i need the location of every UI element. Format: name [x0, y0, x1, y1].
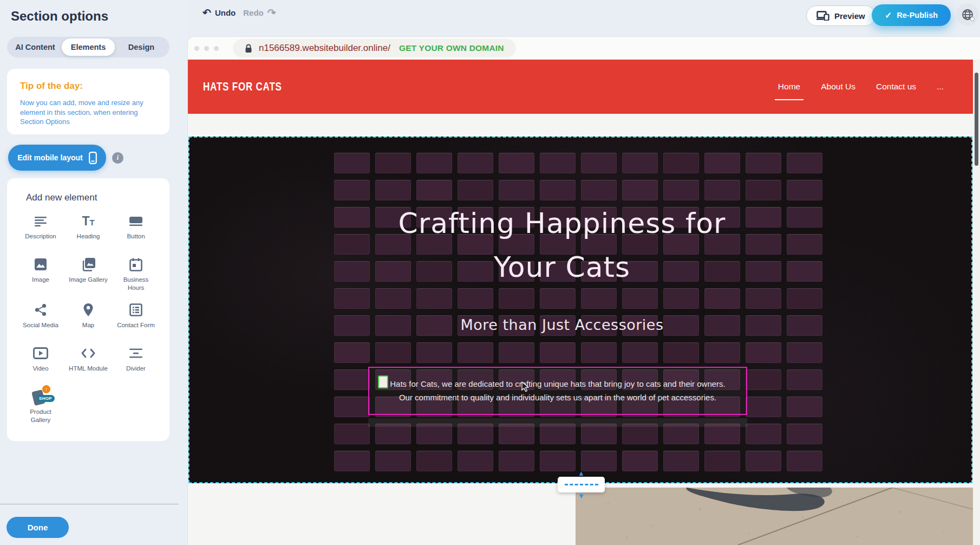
undo-button[interactable]: ↶ Undo: [202, 8, 236, 18]
app: Section options AI ContentElementsDesign…: [0, 0, 980, 545]
background-tile: [787, 369, 822, 390]
background-tile: [704, 451, 740, 471]
background-tile: [787, 315, 822, 336]
browser-scrollbar[interactable]: [975, 73, 978, 166]
nav-item-[interactable]: ...: [936, 79, 945, 95]
add-element-video[interactable]: Video: [17, 345, 64, 379]
add-element-product-gallery[interactable]: SHOP↑Product Gallery: [17, 388, 64, 424]
panel-tabs: AI ContentElementsDesign: [7, 37, 169, 57]
video-icon: [33, 345, 48, 361]
republish-button[interactable]: ✓ Re-Publish: [872, 4, 951, 26]
background-tile: [375, 451, 411, 471]
hero-paragraph-line: Hats for Cats, we are dedicated to craft…: [369, 377, 746, 391]
background-tile: [375, 288, 411, 309]
button-icon: [128, 213, 143, 229]
background-tile: [334, 369, 370, 390]
pavement-image[interactable]: [576, 488, 973, 545]
tab-design[interactable]: Design: [115, 38, 168, 56]
background-tile: [746, 180, 781, 200]
business-hours-icon: [129, 256, 142, 272]
background-tile: [334, 234, 370, 255]
lock-icon: [245, 44, 252, 53]
site-viewport: HATS FOR CATS HomeAbout UsContact us... …: [188, 60, 973, 545]
window-dot: [204, 46, 209, 51]
window-dot: [194, 46, 199, 51]
selected-text-element[interactable]: Hats for Cats, we are dedicated to craft…: [368, 367, 747, 415]
tab-elements[interactable]: Elements: [62, 38, 115, 56]
site-nav: HomeAbout UsContact us...: [777, 60, 945, 114]
background-tile: [787, 207, 822, 228]
window-buttons: [194, 46, 219, 51]
section-options-panel: Section options AI ContentElementsDesign…: [0, 0, 188, 545]
background-tile: [458, 288, 493, 309]
background-tile: [746, 451, 781, 471]
element-label: Social Media: [23, 321, 58, 329]
background-tile: [581, 342, 617, 363]
info-icon[interactable]: i: [112, 152, 123, 164]
background-tile: [499, 342, 534, 363]
background-tile: [581, 180, 617, 200]
background-tile: [622, 451, 658, 471]
language-globe-button[interactable]: [956, 3, 979, 26]
hero-paragraph[interactable]: Hats for Cats, we are dedicated to craft…: [369, 377, 746, 404]
background-tile: [499, 288, 534, 309]
background-tile: [416, 342, 452, 363]
background-tile: [704, 153, 740, 173]
background-tile: [416, 180, 452, 200]
background-tile: [334, 397, 370, 417]
add-element-map[interactable]: Map: [64, 302, 112, 335]
site-url[interactable]: n1566589.websitebuilder.online/: [259, 43, 390, 54]
background-tile: [540, 451, 576, 471]
add-element-image-gallery[interactable]: Image Gallery: [64, 256, 112, 292]
add-element-social-media[interactable]: Social Media: [17, 302, 64, 335]
background-tile: [663, 342, 699, 363]
get-domain-link[interactable]: GET YOUR OWN DOMAIN: [399, 43, 504, 53]
background-tile: [334, 261, 370, 282]
section-resize-handle[interactable]: ▼ ▲: [558, 477, 605, 492]
background-tile: [746, 397, 781, 417]
element-label: Map: [82, 321, 94, 329]
image-gallery-icon: [81, 256, 96, 272]
add-new-element-card: Add new element DescriptionTTHeadingButt…: [7, 178, 169, 441]
background-tile: [787, 261, 822, 282]
redo-button[interactable]: Redo ↷: [243, 8, 276, 18]
edit-mobile-layout-label: Edit mobile layout: [17, 153, 83, 162]
arrow-down-icon: ▼: [578, 492, 585, 499]
hero-title-line: Crafting Happiness for: [368, 202, 756, 245]
browser-chrome: n1566589.websitebuilder.online/ GET YOUR…: [188, 37, 980, 60]
heading-icon: TT: [82, 213, 94, 229]
add-element-heading[interactable]: TTHeading: [64, 213, 112, 246]
nav-item-contactus[interactable]: Contact us: [875, 79, 917, 95]
add-element-contact-form[interactable]: Contact Form: [112, 302, 160, 335]
edit-mobile-layout-button[interactable]: Edit mobile layout: [8, 145, 106, 171]
background-tile: [622, 153, 658, 173]
arrow-up-icon: ▲: [578, 470, 585, 477]
site-logo[interactable]: HATS FOR CATS: [203, 80, 282, 94]
undo-arrow-icon: ↶: [202, 8, 211, 18]
background-tile: [622, 288, 658, 309]
done-button[interactable]: Done: [6, 517, 69, 538]
background-tile: [787, 288, 822, 309]
background-tile: [787, 424, 822, 444]
background-tile: [622, 342, 658, 363]
hero-title[interactable]: Crafting Happiness forYour Cats: [368, 202, 756, 289]
hero-subtitle[interactable]: More than Just Accessories: [368, 316, 756, 333]
nav-item-aboutus[interactable]: About Us: [820, 79, 857, 95]
background-tile: [663, 180, 699, 200]
add-element-business-hours[interactable]: Business Hours: [112, 256, 160, 292]
selected-hero-section[interactable]: Crafting Happiness forYour Cats More tha…: [188, 137, 972, 483]
nav-item-home[interactable]: Home: [777, 79, 801, 95]
add-element-divider[interactable]: Divider: [112, 345, 160, 379]
background-tile: [499, 153, 534, 173]
add-element-description[interactable]: Description: [17, 213, 64, 246]
image-icon: [34, 256, 47, 272]
tab-ai-content[interactable]: AI Content: [9, 38, 62, 56]
add-element-html-module[interactable]: HTML Module: [64, 345, 112, 379]
background-tile: [540, 288, 576, 309]
panel-divider: [0, 504, 179, 504]
element-label: Business Hours: [115, 276, 156, 292]
add-element-button[interactable]: Button: [112, 213, 160, 246]
background-tile: [458, 180, 493, 200]
preview-button[interactable]: Preview: [806, 5, 876, 26]
add-element-image[interactable]: Image: [17, 256, 64, 292]
